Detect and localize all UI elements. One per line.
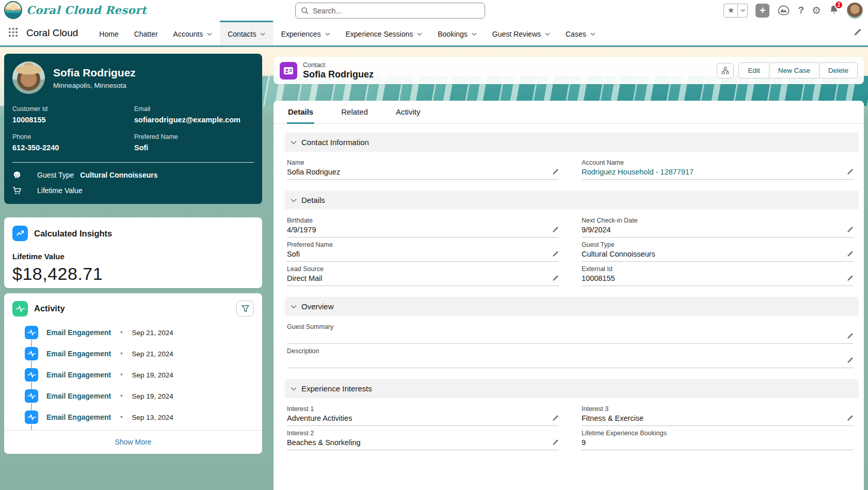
profile-field-email: Email sofiarodriguez@example.com <box>134 105 254 124</box>
edit-pencil-icon[interactable] <box>552 275 559 282</box>
app-name: Coral Cloud <box>26 27 78 39</box>
brand-logo: Coral Cloud Resort <box>4 1 147 19</box>
field-name: Name Sofia Rodriguez <box>287 159 559 180</box>
nav-item-experience-sessions[interactable]: Experience Sessions <box>338 21 430 45</box>
record-header-card: Contact Sofia Rodriguez Edit New Case De… <box>274 57 864 84</box>
edit-pencil-icon[interactable] <box>846 226 854 233</box>
guest-type-row: Guest Type Cultural Connoisseurs <box>12 169 254 181</box>
tab-related[interactable]: Related <box>340 101 369 124</box>
hierarchy-icon <box>721 67 729 74</box>
global-header: Coral Cloud Resort ★ + ? ⚙ 2 <box>0 0 868 21</box>
show-more-row: Show More <box>4 430 262 454</box>
edit-pencil-icon[interactable] <box>846 357 854 364</box>
header-actions: ★ + ? ⚙ 2 <box>724 2 863 19</box>
new-case-button[interactable]: New Case <box>769 62 819 78</box>
profile-location: Minneapolis, Minnesota <box>53 82 136 89</box>
edit-pencil-icon[interactable] <box>552 168 559 176</box>
section-details[interactable]: Details <box>285 191 859 210</box>
timeline-item[interactable]: Email Engagement • Sep 21, 2024 <box>25 326 254 347</box>
field-lifetime-experience-bookings: Lifetime Experience Bookings 9 <box>582 430 854 450</box>
section-contact-information[interactable]: Contact Information <box>285 133 859 152</box>
entity-label: Contact <box>303 61 374 69</box>
chevron-down-icon <box>291 305 297 309</box>
edit-pencil-icon[interactable] <box>846 250 854 258</box>
tab-details[interactable]: Details <box>287 101 314 124</box>
resort-logo-icon <box>4 1 22 19</box>
email-engagement-icon <box>25 410 38 424</box>
user-avatar[interactable] <box>847 3 863 19</box>
field-preferred-name: Preferred Name Sofi <box>287 241 559 262</box>
favorites-dropdown-icon[interactable] <box>738 4 748 18</box>
cart-icon <box>12 186 23 195</box>
app-window: Coral Cloud Resort ★ + ? ⚙ 2 <box>0 0 868 490</box>
nav-tabs: Home Chatter Accounts Contacts Experienc… <box>91 21 603 45</box>
activity-timeline: Email Engagement • Sep 21, 2024 Email En… <box>25 326 254 430</box>
section-overview[interactable]: Overview <box>285 297 859 316</box>
nav-item-accounts[interactable]: Accounts <box>166 21 220 45</box>
edit-page-pencil-icon[interactable] <box>853 28 862 39</box>
logo-text: Coral Cloud Resort <box>26 4 147 17</box>
email-engagement-icon <box>25 389 38 403</box>
edit-pencil-icon[interactable] <box>552 250 559 258</box>
left-sidebar: Sofia Rodriguez Minneapolis, Minnesota C… <box>4 54 262 204</box>
section-experience-interests[interactable]: Experience Interests <box>285 379 859 398</box>
trailhead-icon[interactable] <box>777 5 790 16</box>
field-next-checkin-date: Next Check-in Date 9/9/2024 <box>582 217 854 238</box>
profile-field-preferred-name: Prefered Name Sofi <box>134 133 254 152</box>
timeline-filter-button[interactable] <box>236 301 254 317</box>
calculated-insights-card: Calculated Insights Lifetime Value $18,4… <box>4 217 262 288</box>
chevron-down-icon <box>260 33 265 36</box>
timeline-item[interactable]: Email Engagement • Sep 19, 2024 <box>25 368 254 389</box>
profile-name: Sofia Rodriguez <box>53 67 136 79</box>
email-engagement-icon <box>25 368 38 382</box>
edit-pencil-icon[interactable] <box>552 439 559 446</box>
record-title: Sofia Rodriguez <box>303 69 374 80</box>
search-input[interactable] <box>313 7 479 15</box>
nav-item-bookings[interactable]: Bookings <box>430 21 485 45</box>
activity-pulse-icon <box>12 301 28 317</box>
edit-pencil-icon[interactable] <box>846 415 854 422</box>
account-link[interactable]: Rodriguez Household - 12877917 <box>582 168 694 176</box>
notifications-control[interactable]: 2 <box>829 4 839 17</box>
nav-item-cases[interactable]: Cases <box>558 21 603 45</box>
insights-chart-icon <box>12 226 28 241</box>
nav-item-guest-reviews[interactable]: Guest Reviews <box>485 21 558 45</box>
chevron-down-icon <box>590 33 596 36</box>
activity-title: Activity <box>34 304 65 313</box>
setup-gear-icon[interactable]: ⚙ <box>812 5 821 15</box>
edit-pencil-icon[interactable] <box>552 415 559 422</box>
edit-pencil-icon[interactable] <box>846 168 854 176</box>
edit-pencil-icon[interactable] <box>846 275 854 282</box>
timeline-item[interactable]: Email Engagement • Sep 13, 2024 <box>25 410 254 430</box>
profile-field-phone: Phone 612-350-2240 <box>12 133 134 152</box>
insights-title: Calculated Insights <box>34 229 112 239</box>
timeline-item[interactable]: Email Engagement • Sep 19, 2024 <box>25 389 254 410</box>
nav-item-chatter[interactable]: Chatter <box>126 21 166 45</box>
app-navigation-bar: Coral Cloud Home Chatter Accounts Contac… <box>0 21 868 47</box>
field-guest-type: Guest Type Cultural Connoisseurs <box>582 241 854 262</box>
field-description: Description <box>287 347 854 368</box>
metric-value: $18,428.71 <box>12 264 254 284</box>
edit-pencil-icon[interactable] <box>846 333 854 340</box>
lifetime-value-row: Lifetime Value <box>12 185 254 196</box>
help-icon[interactable]: ? <box>798 5 804 16</box>
app-launcher-icon[interactable] <box>8 27 18 39</box>
nav-item-home[interactable]: Home <box>91 21 126 45</box>
nav-item-experiences[interactable]: Experiences <box>273 21 337 45</box>
global-actions-button[interactable]: + <box>756 4 769 18</box>
edit-button[interactable]: Edit <box>738 62 769 78</box>
nav-item-contacts[interactable]: Contacts <box>220 21 273 45</box>
favorite-star-icon[interactable]: ★ <box>724 4 738 18</box>
field-birthdate: Birthdate 4/9/1979 <box>287 217 559 238</box>
delete-button[interactable]: Delete <box>819 62 858 78</box>
chevron-down-icon <box>291 140 297 145</box>
global-search[interactable] <box>295 3 485 19</box>
show-more-link[interactable]: Show More <box>115 438 152 446</box>
record-tabs: Details Related Activity <box>274 101 864 124</box>
field-interest-1: Interest 1 Adventure Activities <box>287 405 559 426</box>
tab-activity[interactable]: Activity <box>395 101 422 124</box>
guest-type-icon <box>12 171 23 179</box>
hierarchy-button[interactable] <box>717 63 734 78</box>
edit-pencil-icon[interactable] <box>552 226 559 233</box>
timeline-item[interactable]: Email Engagement • Sep 21, 2024 <box>25 347 254 368</box>
